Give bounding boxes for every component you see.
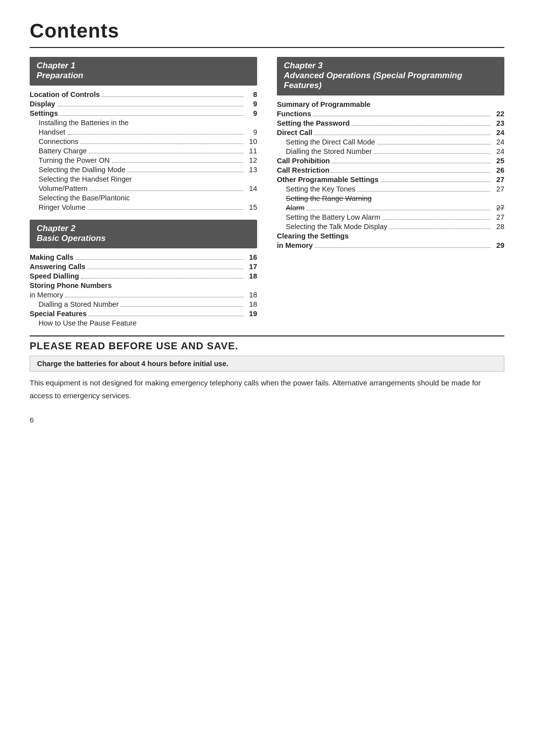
toc-key-tones: Setting the Key Tones 27: [277, 185, 504, 193]
toc-alarm: Alarm 27: [277, 204, 504, 212]
right-column: Chapter 3 Advanced Operations (Special P…: [277, 57, 504, 251]
toc-pause-feature: How to Use the Pause Feature: [30, 319, 257, 327]
toc-call-restriction: Call Restriction 26: [277, 166, 504, 174]
toc-volume-pattern: Volume/Pattern 14: [30, 185, 257, 192]
toc-power-on: Turning the Power ON 12: [30, 156, 257, 164]
chapter3-header: Chapter 3 Advanced Operations (Special P…: [277, 57, 504, 95]
toc-functions: Functions 22: [277, 110, 504, 118]
title-divider: [30, 47, 504, 48]
chapter3-title: Advanced Operations (Special Programming…: [284, 71, 497, 91]
toc-handset-ringer: Selecting the Handset Ringer: [30, 175, 257, 183]
toc-dialling-stored: Dialling a Stored Number 18: [30, 300, 257, 308]
chapter2-title: Basic Operations: [37, 234, 250, 243]
toc-ringer-volume: Ringer Volume 15: [30, 203, 257, 211]
charge-note: Charge the batteries for about 4 hours b…: [30, 356, 504, 372]
toc-columns: Chapter 1 Preparation Location of Contro…: [30, 57, 504, 329]
toc-connections: Connections 10: [30, 138, 257, 145]
toc-dialling-stored-number: Dialling the Stored Number 24: [277, 147, 504, 155]
toc-summary-programmable: Summary of Programmable: [277, 100, 504, 108]
toc-in-memory: in Memory 18: [30, 291, 257, 299]
toc-battery-low-alarm: Setting the Battery Low Alarm 27: [277, 213, 504, 221]
toc-clearing-settings: Clearing the Settings: [277, 232, 504, 240]
toc-base-plantonic: Selecting the Base/Plantonic: [30, 194, 257, 202]
chapter1-title: Preparation: [37, 71, 250, 81]
toc-dialling-mode: Selecting the Dialling Mode 13: [30, 166, 257, 174]
left-column: Chapter 1 Preparation Location of Contro…: [30, 57, 257, 329]
toc-location-controls: Location of Controls 8: [30, 91, 257, 98]
please-read-banner: PLEASE READ BEFORE USE AND SAVE.: [30, 335, 504, 352]
toc-speed-dialling: Speed Dialling 18: [30, 272, 257, 280]
page-number: 6: [30, 416, 504, 424]
toc-handset: Handset 9: [30, 128, 257, 136]
chapter3-num: Chapter 3: [284, 61, 497, 71]
toc-making-calls: Making Calls 16: [30, 253, 257, 261]
chapter1-num: Chapter 1: [37, 61, 250, 71]
emergency-note: This equipment is not designed for makin…: [30, 377, 504, 402]
toc-answering-calls: Answering Calls 17: [30, 263, 257, 271]
page-title: Contents: [30, 20, 504, 42]
toc-special-features: Special Features 19: [30, 310, 257, 318]
toc-battery-charge: Battery Charge 11: [30, 147, 257, 155]
toc-in-memory-right: in Memory 29: [277, 241, 504, 249]
toc-password: Setting the Password 23: [277, 119, 504, 127]
toc-other-programmable: Other Programmable Settings 27: [277, 176, 504, 184]
toc-range-warning: Setting the Range Warning: [277, 194, 504, 202]
chapter2-header: Chapter 2 Basic Operations: [30, 220, 257, 248]
toc-call-prohibition: Call Prohibition 25: [277, 157, 504, 165]
toc-settings: Settings 9: [30, 109, 257, 117]
toc-storing-numbers: Storing Phone Numbers: [30, 282, 257, 289]
toc-installing-batteries: Installing the Batteries in the: [30, 119, 257, 127]
toc-display: Display 9: [30, 100, 257, 108]
chapter2-num: Chapter 2: [37, 224, 250, 234]
toc-direct-call-mode: Setting the Direct Call Mode 24: [277, 138, 504, 146]
chapter1-header: Chapter 1 Preparation: [30, 57, 257, 86]
toc-talk-mode-display: Selecting the Talk Mode Display 28: [277, 223, 504, 231]
toc-direct-call: Direct Call 24: [277, 129, 504, 137]
